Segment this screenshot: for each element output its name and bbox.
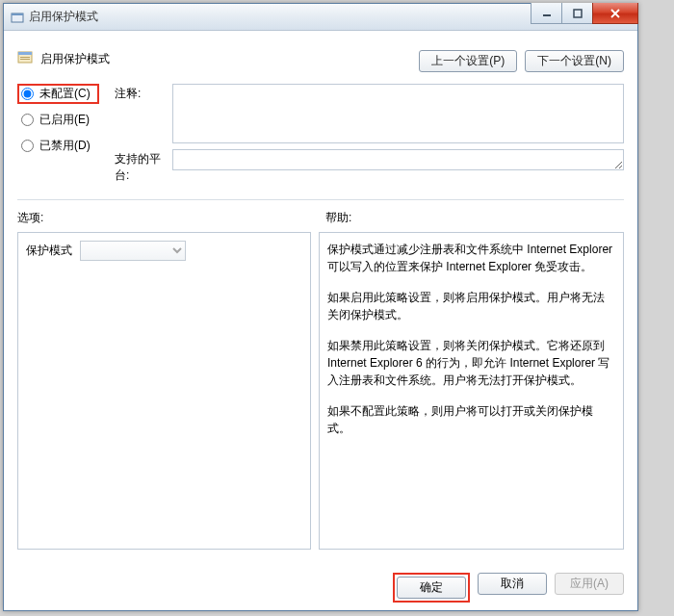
help-text: 保护模式通过减少注册表和文件系统中 Internet Explorer 可以写入… bbox=[327, 241, 615, 437]
help-panel: 保护模式通过减少注册表和文件系统中 Internet Explorer 可以写入… bbox=[319, 232, 624, 550]
header-row: 启用保护模式 上一个设置(P) 下一个设置(N) bbox=[17, 42, 624, 72]
svg-rect-1 bbox=[12, 13, 23, 15]
dialog-window: 启用保护模式 启用保护模式 上一个设置(P) 下一个设置(N) bbox=[3, 3, 638, 611]
svg-rect-6 bbox=[20, 57, 30, 58]
next-setting-button[interactable]: 下一个设置(N) bbox=[525, 50, 624, 72]
header-left: 启用保护模式 bbox=[17, 42, 110, 67]
window-controls bbox=[531, 3, 638, 24]
radio-enabled-input[interactable] bbox=[21, 114, 34, 126]
svg-rect-2 bbox=[543, 14, 551, 16]
window-title: 启用保护模式 bbox=[29, 9, 98, 25]
svg-rect-7 bbox=[20, 59, 30, 60]
protected-mode-select[interactable] bbox=[80, 241, 186, 261]
options-heading: 选项: bbox=[17, 210, 325, 226]
divider bbox=[17, 199, 624, 200]
mid-labels: 选项: 帮助: bbox=[17, 210, 624, 226]
radio-disabled-label: 已禁用(D) bbox=[39, 138, 91, 154]
apply-button[interactable]: 应用(A) bbox=[555, 573, 624, 595]
help-p3: 如果禁用此策略设置，则将关闭保护模式。它将还原到 Internet Explor… bbox=[327, 337, 615, 389]
comment-input[interactable] bbox=[172, 84, 624, 143]
radio-disabled[interactable]: 已禁用(D) bbox=[17, 136, 99, 156]
comment-label: 注释: bbox=[115, 84, 172, 143]
platform-input[interactable] bbox=[172, 149, 624, 170]
help-p2: 如果启用此策略设置，则将启用保护模式。用户将无法关闭保护模式。 bbox=[327, 289, 615, 323]
radio-disabled-input[interactable] bbox=[21, 140, 34, 152]
minimize-icon bbox=[542, 9, 552, 18]
radio-not-configured[interactable]: 未配置(C) bbox=[17, 84, 99, 104]
config-row: 未配置(C) 已启用(E) 已禁用(D) 注释: 支持的平台: bbox=[17, 84, 624, 184]
panels: 保护模式 保护模式通过减少注册表和文件系统中 Internet Explorer… bbox=[17, 232, 624, 550]
close-icon bbox=[609, 9, 621, 18]
dialog-footer: 确定 取消 应用(A) bbox=[393, 573, 624, 603]
state-radio-group: 未配置(C) 已启用(E) 已禁用(D) bbox=[17, 84, 99, 184]
svg-rect-3 bbox=[574, 10, 582, 17]
app-icon bbox=[10, 10, 25, 25]
options-panel: 保护模式 bbox=[17, 232, 311, 550]
svg-rect-5 bbox=[18, 52, 32, 55]
cancel-button[interactable]: 取消 bbox=[478, 573, 547, 595]
maximize-icon bbox=[573, 9, 583, 18]
nav-buttons: 上一个设置(P) 下一个设置(N) bbox=[419, 42, 624, 72]
ok-button[interactable]: 确定 bbox=[397, 577, 466, 599]
protected-mode-label: 保护模式 bbox=[26, 243, 72, 259]
minimize-button[interactable] bbox=[531, 3, 561, 24]
field-grid: 注释: 支持的平台: bbox=[115, 84, 624, 184]
title-bar[interactable]: 启用保护模式 bbox=[4, 4, 637, 31]
radio-not-configured-input[interactable] bbox=[21, 88, 34, 100]
radio-not-configured-label: 未配置(C) bbox=[39, 86, 91, 102]
help-heading: 帮助: bbox=[325, 210, 351, 226]
platform-label: 支持的平台: bbox=[115, 149, 172, 184]
policy-title: 启用保护模式 bbox=[40, 51, 110, 67]
prev-setting-button[interactable]: 上一个设置(P) bbox=[419, 50, 517, 72]
ok-highlight: 确定 bbox=[393, 573, 470, 603]
protected-mode-row: 保护模式 bbox=[26, 241, 302, 261]
radio-enabled[interactable]: 已启用(E) bbox=[17, 110, 99, 130]
close-button[interactable] bbox=[592, 3, 638, 24]
policy-icon bbox=[17, 50, 35, 67]
radio-enabled-label: 已启用(E) bbox=[39, 112, 90, 128]
maximize-button[interactable] bbox=[561, 3, 592, 24]
help-p4: 如果不配置此策略，则用户将可以打开或关闭保护模式。 bbox=[327, 402, 615, 437]
dialog-content: 启用保护模式 上一个设置(P) 下一个设置(N) 未配置(C) 已启用(E) bbox=[4, 31, 637, 559]
help-p1: 保护模式通过减少注册表和文件系统中 Internet Explorer 可以写入… bbox=[327, 241, 615, 275]
